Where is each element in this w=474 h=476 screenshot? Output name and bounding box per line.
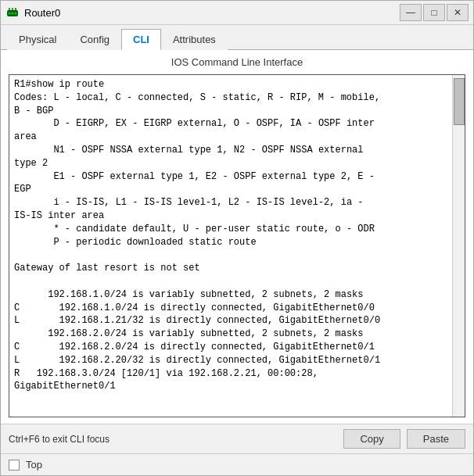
copy-button[interactable]: Copy	[343, 429, 400, 449]
footer-bar: Top	[1, 453, 473, 475]
maximize-button[interactable]: □	[423, 4, 445, 21]
router-icon	[5, 5, 20, 20]
bottom-bar: Ctrl+F6 to exit CLI focus Copy Paste	[1, 424, 473, 453]
window-controls: — □ ✕	[400, 4, 469, 21]
section-title: IOS Command Line Interface	[9, 56, 465, 68]
paste-button[interactable]: Paste	[407, 429, 465, 449]
title-bar: Router0 — □ ✕	[1, 1, 473, 25]
minimize-button[interactable]: —	[400, 4, 422, 21]
svg-point-1	[9, 13, 11, 15]
scroll-thumb[interactable]	[454, 78, 465, 125]
tab-attributes[interactable]: Attributes	[161, 29, 228, 50]
tab-bar: Physical Config CLI Attributes	[1, 25, 473, 50]
close-button[interactable]: ✕	[447, 4, 469, 21]
tab-cli[interactable]: CLI	[121, 29, 161, 50]
top-label: Top	[26, 459, 42, 471]
cli-container: R1#show ip route Codes: L - local, C - c…	[9, 74, 465, 417]
main-content: IOS Command Line Interface R1#show ip ro…	[1, 50, 473, 424]
tab-config[interactable]: Config	[68, 29, 121, 50]
window-title: Router0	[24, 7, 400, 19]
cli-output[interactable]: R1#show ip route Codes: L - local, C - c…	[9, 75, 452, 417]
svg-point-3	[15, 13, 17, 15]
top-checkbox[interactable]	[9, 460, 20, 471]
tab-physical[interactable]: Physical	[7, 29, 68, 50]
main-window: Router0 — □ ✕ Physical Config CLI Attrib…	[0, 0, 474, 476]
svg-point-2	[12, 13, 14, 15]
cli-hint: Ctrl+F6 to exit CLI focus	[9, 434, 337, 445]
scrollbar[interactable]	[452, 75, 465, 417]
